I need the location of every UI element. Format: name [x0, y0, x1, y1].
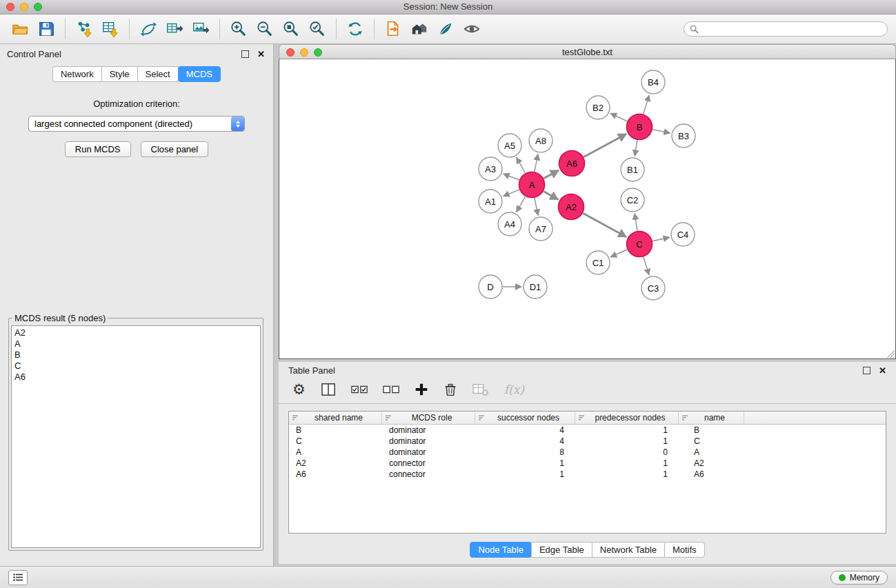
apply-layout-button[interactable] [344, 17, 367, 41]
edge-C-C3[interactable] [644, 257, 649, 275]
edge-A-A3[interactable] [504, 174, 519, 180]
network-graph[interactable]: B4B2BB3A8A5A6A3B1AC2A1A2A4A7C4CC1DD1C3 [279, 59, 895, 358]
resize-grip[interactable] [886, 349, 895, 358]
edge-B-B3[interactable] [653, 130, 670, 133]
zoom-out-button[interactable] [253, 17, 277, 41]
node-D1[interactable]: D1 [524, 275, 547, 298]
network-database-button[interactable] [408, 17, 431, 41]
edge-C-C1[interactable] [610, 250, 627, 257]
table-row[interactable]: Bdominator41B [289, 425, 886, 436]
node-C1[interactable]: C1 [586, 251, 610, 274]
zoom-selected-button[interactable] [306, 17, 329, 41]
add-column-button[interactable] [415, 383, 428, 396]
show-graphics-details-button[interactable] [460, 17, 484, 41]
node-B3[interactable]: B3 [672, 124, 695, 148]
node-A3[interactable]: A3 [479, 157, 502, 181]
window-titlebar[interactable]: Session: New Session [0, 0, 896, 14]
edge-C-C2[interactable] [635, 214, 637, 231]
annotation-button[interactable] [434, 17, 457, 41]
node-A8[interactable]: A8 [529, 129, 552, 152]
node-D[interactable]: D [479, 275, 502, 298]
open-session-button[interactable] [8, 17, 32, 41]
column-header-name[interactable]: name [679, 412, 744, 424]
mcds-result-item[interactable]: A6 [14, 372, 257, 383]
table-row[interactable]: A2connector11A2 [289, 458, 886, 469]
table-row[interactable]: A6connector11A6 [289, 469, 886, 480]
edge-C-C4[interactable] [653, 237, 670, 241]
tab-mcds[interactable]: MCDS [178, 66, 221, 82]
float-panel-icon[interactable] [241, 50, 249, 58]
apply-function-button[interactable]: f(x) [504, 383, 524, 396]
save-session-button[interactable] [34, 17, 58, 41]
memory-button[interactable]: Memory [830, 571, 888, 585]
import-document-button[interactable] [381, 17, 405, 41]
close-table-panel-icon[interactable]: ✕ [879, 366, 886, 375]
node-A6[interactable]: A6 [559, 151, 585, 176]
tab-network-table[interactable]: Network Table [592, 542, 665, 558]
tab-node-table[interactable]: Node Table [470, 542, 532, 558]
table-row[interactable]: Adominator80A [289, 447, 886, 458]
delete-column-button[interactable] [444, 383, 457, 396]
tab-edge-table[interactable]: Edge Table [531, 542, 593, 558]
zoom-fit-button[interactable] [279, 17, 303, 41]
node-B2[interactable]: B2 [586, 96, 610, 119]
export-image-button[interactable] [189, 17, 212, 41]
column-header-successor-nodes[interactable]: successor nodes [475, 412, 575, 424]
search-input[interactable] [702, 24, 882, 34]
show-columns-button[interactable] [321, 383, 336, 396]
export-network-button[interactable] [137, 17, 160, 41]
edge-A-A7[interactable] [535, 198, 538, 215]
delete-table-button[interactable] [472, 383, 489, 396]
edge-A-A1[interactable] [504, 190, 519, 196]
node-A[interactable]: A [519, 172, 545, 198]
edge-B-B1[interactable] [635, 140, 637, 156]
column-header-shared-name[interactable]: shared name [289, 412, 382, 424]
optimization-dropdown[interactable]: largest connected component (directed) [28, 116, 245, 132]
mcds-result-item[interactable]: A [14, 338, 257, 349]
table-row[interactable]: Cdominator41C [289, 436, 886, 447]
edge-A-A8[interactable] [535, 154, 538, 172]
mcds-result-item[interactable]: A2 [14, 327, 257, 338]
tab-network[interactable]: Network [52, 66, 102, 82]
edge-A-A4[interactable] [517, 196, 526, 212]
run-mcds-button[interactable]: Run MCDS [65, 141, 131, 157]
edge-A6-B[interactable] [584, 134, 626, 157]
mcds-result-item[interactable]: B [14, 349, 257, 361]
show-panels-button[interactable] [8, 570, 28, 585]
node-B[interactable]: B [627, 114, 653, 140]
select-all-button[interactable] [351, 385, 368, 394]
export-table-button[interactable] [163, 17, 186, 41]
search-box[interactable] [684, 21, 888, 37]
import-table-file-button[interactable] [99, 17, 122, 41]
tab-motifs[interactable]: Motifs [664, 542, 705, 558]
edge-B-B4[interactable] [644, 95, 649, 114]
close-panel-icon[interactable]: ✕ [257, 50, 265, 59]
edge-A-A5[interactable] [517, 157, 526, 173]
node-B4[interactable]: B4 [641, 70, 665, 94]
node-B1[interactable]: B1 [621, 158, 644, 181]
node-C4[interactable]: C4 [671, 223, 695, 246]
node-C2[interactable]: C2 [621, 188, 644, 212]
network-canvas[interactable]: B4B2BB3A8A5A6A3B1AC2A1A2A4A7C4CC1DD1C3 [279, 59, 896, 359]
column-header-predecessor-nodes[interactable]: predecessor nodes [575, 412, 679, 424]
zoom-in-button[interactable] [227, 17, 250, 41]
node-A5[interactable]: A5 [498, 134, 521, 157]
node-C3[interactable]: C3 [641, 276, 665, 300]
column-header-MCDS-role[interactable]: MCDS role [382, 412, 475, 424]
node-A2[interactable]: A2 [559, 194, 584, 220]
network-window-titlebar[interactable]: testGlobe.txt [279, 44, 896, 59]
mcds-result-list[interactable]: A2ABCA6 [11, 325, 261, 548]
edge-B-B2[interactable] [610, 114, 627, 121]
edge-A-A6[interactable] [544, 170, 559, 179]
node-A7[interactable]: A7 [529, 217, 552, 241]
close-panel-button[interactable]: Close panel [141, 141, 209, 157]
float-table-panel-icon[interactable] [863, 367, 870, 374]
deselect-all-button[interactable] [383, 385, 399, 394]
import-network-file-button[interactable] [72, 17, 96, 41]
node-C[interactable]: C [627, 232, 653, 257]
tab-style[interactable]: Style [101, 66, 138, 82]
node-A1[interactable]: A1 [479, 190, 502, 213]
node-A4[interactable]: A4 [498, 212, 521, 236]
column-settings-button[interactable]: ⚙ [292, 383, 306, 397]
edge-A2-C[interactable] [583, 213, 626, 236]
